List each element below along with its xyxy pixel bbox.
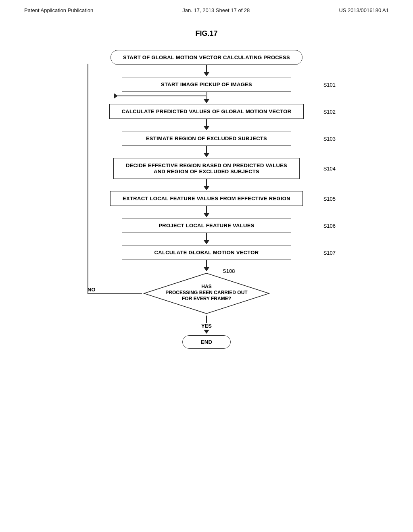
header-right: US 2013/0016180 A1: [339, 7, 389, 13]
arrow-head-8: [204, 267, 209, 271]
arrow-line-8: [206, 260, 207, 267]
step-s102-box: CALCULATE PREDICTED VALUES OF GLOBAL MOT…: [109, 104, 304, 119]
arrow-head-5: [204, 186, 209, 190]
step-s101-box: START IMAGE PICKUP OF IMAGES: [122, 77, 291, 92]
svg-text:PROCESSING BEEN CARRIED OUT: PROCESSING BEEN CARRIED OUT: [165, 290, 248, 295]
decision-diamond-svg: HAS PROCESSING BEEN CARRIED OUT FOR EVER…: [142, 271, 271, 316]
step-s101-label: S101: [323, 81, 336, 87]
start-node: START OF GLOBAL MOTION VECTOR CALCULATIN…: [111, 50, 302, 65]
step-s106-label: S106: [323, 222, 336, 229]
step-s107-wrapper: CALCULATE GLOBAL MOTION VECTOR S107: [65, 245, 348, 260]
arrow-head-yes: [204, 330, 209, 334]
step-s102-label: S102: [323, 108, 336, 114]
decision-area: S108 HAS PROCESSING BEEN CARRIED OUT FOR…: [86, 271, 327, 334]
step-s102-wrapper: CALCULATE PREDICTED VALUES OF GLOBAL MOT…: [65, 104, 348, 119]
arrow-line-7: [206, 233, 207, 240]
step-s108-label: S108: [223, 268, 235, 274]
step-s106-wrapper: PROJECT LOCAL FEATURE VALUES S106: [65, 218, 348, 233]
step-s104-box: DECIDE EFFECTIVE REGION BASED ON PREDICT…: [113, 158, 300, 179]
arrow-line-6: [206, 206, 207, 213]
arrow-head-6: [204, 213, 209, 217]
arrow-line-yes: [206, 316, 207, 323]
svg-text:FOR EVERY FRAME?: FOR EVERY FRAME?: [182, 296, 231, 301]
arrow-line-2: [206, 92, 207, 99]
step-s103-box: ESTIMATE REGION OF EXCLUDED SUBJECTS: [122, 131, 291, 146]
step-s107-box: CALCULATE GLOBAL MOTION VECTOR: [122, 245, 291, 260]
step-s104-wrapper: DECIDE EFFECTIVE REGION BASED ON PREDICT…: [65, 158, 348, 179]
end-node-wrapper: END: [65, 335, 348, 349]
arrow-head-2: [204, 99, 209, 103]
svg-text:HAS: HAS: [201, 284, 211, 289]
header-middle: Jan. 17, 2013 Sheet 17 of 28: [182, 7, 250, 13]
step-s104-label: S104: [323, 166, 336, 172]
no-label: NO: [88, 287, 96, 293]
arrow-line-3: [206, 119, 207, 126]
step-s105-label: S105: [323, 195, 336, 202]
step-s101-wrapper: START IMAGE PICKUP OF IMAGES S101: [65, 77, 348, 92]
arrow-line-4: [206, 146, 207, 153]
arrow-line-1: [206, 65, 207, 72]
feedback-horiz-left: [88, 293, 142, 294]
yes-label: YES: [201, 323, 212, 329]
figure-title: FIG.17: [0, 29, 413, 38]
step-s103-wrapper: ESTIMATE REGION OF EXCLUDED SUBJECTS S10…: [65, 131, 348, 146]
page-header: Patent Application Publication Jan. 17, …: [0, 0, 413, 17]
start-node-wrapper: START OF GLOBAL MOTION VECTOR CALCULATIN…: [65, 50, 348, 65]
feedback-vert-left: [88, 64, 88, 293]
arrow-head-4: [204, 153, 209, 157]
connector-area-s101: [94, 92, 319, 99]
step-s107-label: S107: [323, 249, 336, 256]
arrow-head-3: [204, 126, 209, 130]
arrow-line-5: [206, 179, 207, 186]
step-s106-box: PROJECT LOCAL FEATURE VALUES: [122, 218, 291, 233]
arrow-head-7: [204, 240, 209, 244]
step-s105-wrapper: EXTRACT LOCAL FEATURE VALUES FROM EFFECT…: [65, 191, 348, 206]
feedback-arrow-right: [114, 93, 118, 99]
feedback-horiz-top: [114, 96, 206, 96]
end-node: END: [182, 335, 231, 349]
header-left: Patent Application Publication: [24, 7, 93, 13]
arrow-head-1: [204, 72, 209, 76]
flowchart: START OF GLOBAL MOTION VECTOR CALCULATIN…: [65, 50, 348, 349]
step-s103-label: S103: [323, 135, 336, 141]
step-s105-box: EXTRACT LOCAL FEATURE VALUES FROM EFFECT…: [110, 191, 303, 206]
